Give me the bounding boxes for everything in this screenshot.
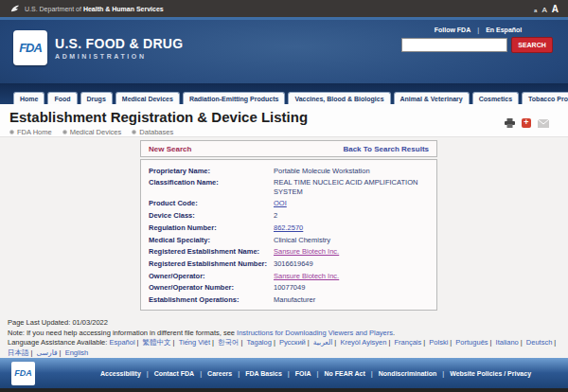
language-link[interactable]: Português bbox=[455, 338, 488, 347]
hhs-dept-prefix: U.S. Department of bbox=[25, 6, 81, 12]
language-link[interactable]: 日本語 bbox=[8, 348, 29, 357]
en-espanol-link[interactable]: En Español bbox=[486, 27, 522, 33]
footer-link[interactable]: Website Policies / Privacy bbox=[450, 370, 531, 377]
language-item: فارسی| bbox=[37, 348, 63, 357]
language-link[interactable]: Español bbox=[109, 338, 134, 347]
language-separator: | bbox=[308, 338, 310, 347]
font-size-small-button[interactable]: a bbox=[534, 8, 537, 13]
fda-page: U.S. Department of Health & Human Servic… bbox=[0, 0, 568, 392]
nav-tab[interactable]: Food bbox=[47, 92, 77, 104]
language-link[interactable]: Italiano bbox=[496, 338, 519, 347]
footer-link-separator: | bbox=[200, 370, 202, 377]
field-value: Clinical Chemistry bbox=[274, 236, 330, 245]
language-assistance-row: Language Assistance Available: Español| … bbox=[8, 338, 560, 358]
nav-tab[interactable]: Home bbox=[13, 92, 44, 104]
language-item: Tiếng Việt| bbox=[179, 338, 216, 347]
table-row: Owner/Operator: Sansure Biotech Inc. bbox=[149, 270, 429, 282]
breadcrumb: FDA Home Medical Devices Databases bbox=[9, 128, 559, 136]
back-to-search-results-link[interactable]: Back To Search Results bbox=[343, 145, 429, 153]
font-size-medium-button[interactable]: A bbox=[541, 6, 546, 14]
footer-link[interactable]: FDA Basics bbox=[245, 370, 282, 377]
language-link[interactable]: فارسی bbox=[37, 348, 58, 357]
table-row: Proprietary Name: Portable Molecule Work… bbox=[149, 165, 429, 177]
language-separator: | bbox=[423, 338, 425, 347]
breadcrumb-label: Databases bbox=[139, 128, 173, 136]
table-row: Registered Establishment Number: 3016619… bbox=[149, 258, 429, 270]
language-link[interactable]: Kreyòl Ayisyen bbox=[340, 338, 386, 347]
field-label: Classification Name: bbox=[149, 178, 274, 196]
language-item: Русский| bbox=[279, 338, 311, 347]
nav-tab[interactable]: Medical Devices bbox=[115, 92, 180, 104]
field-label: Medical Specialty: bbox=[149, 236, 274, 245]
language-link[interactable]: Tiếng Việt bbox=[179, 338, 210, 347]
footer-link[interactable]: FOIA bbox=[295, 370, 311, 377]
note-suffix: . bbox=[393, 329, 395, 337]
note-prefix: Note: If you need help accessing informa… bbox=[8, 329, 237, 337]
language-item: Português| bbox=[455, 338, 493, 347]
language-link[interactable]: Deutsch bbox=[526, 338, 553, 347]
nav-tab[interactable]: Vaccines, Blood & Biologics bbox=[288, 92, 390, 104]
breadcrumb-item[interactable]: Medical Devices bbox=[62, 128, 122, 136]
language-link[interactable]: Tagalog bbox=[247, 338, 272, 347]
footer-fda-logo[interactable]: FDA bbox=[11, 362, 35, 385]
font-size-controls: a A A bbox=[534, 4, 559, 14]
new-search-link[interactable]: New Search bbox=[149, 145, 191, 153]
breadcrumb-item[interactable]: FDA Home bbox=[9, 128, 52, 136]
footer-link-item: Website Policies / Privacy| bbox=[450, 370, 531, 377]
share-icon[interactable]: + bbox=[522, 118, 531, 128]
fda-header: FDA U.S. FOOD & DRUG ADMINISTRATION Foll… bbox=[0, 17, 568, 83]
field-label: Registered Establishment Name: bbox=[149, 247, 274, 257]
search-button[interactable]: SEARCH bbox=[511, 37, 553, 53]
field-value[interactable]: Sansure Biotech Inc. bbox=[274, 272, 339, 281]
footer-link[interactable]: Nondiscrimination bbox=[379, 370, 436, 377]
language-link[interactable]: 繁體中文 bbox=[143, 338, 171, 347]
footer-link-item: Careers| bbox=[207, 370, 240, 377]
language-link[interactable]: Français bbox=[394, 338, 421, 347]
language-link[interactable]: English bbox=[65, 348, 89, 357]
nav-tab[interactable]: Animal & Veterinary bbox=[394, 92, 470, 104]
follow-fda-link[interactable]: Follow FDA bbox=[435, 27, 471, 33]
field-value: Portable Molecule Workstation bbox=[274, 167, 370, 176]
table-row: Owner/Operator Number: 10077049 bbox=[149, 282, 429, 294]
nav-tab[interactable]: Cosmetics bbox=[472, 92, 519, 104]
field-label: Registered Establishment Number: bbox=[149, 259, 274, 269]
language-item: Français| bbox=[394, 338, 427, 347]
email-icon[interactable] bbox=[538, 115, 549, 132]
nav-tab[interactable]: Radiation-Emitting Products bbox=[183, 92, 286, 104]
hhs-department-label[interactable]: U.S. Department of Health & Human Servic… bbox=[25, 6, 164, 12]
footer-link[interactable]: Contact FDA bbox=[154, 370, 194, 377]
language-separator: | bbox=[274, 338, 275, 347]
language-link[interactable]: 한국어 bbox=[218, 338, 240, 347]
site-search: SEARCH bbox=[401, 37, 555, 53]
language-separator: | bbox=[490, 338, 492, 347]
language-link[interactable]: العربية bbox=[313, 338, 333, 347]
footer-link[interactable]: Accessibility bbox=[100, 370, 141, 377]
language-link[interactable]: Polski bbox=[429, 338, 448, 347]
table-row: Classification Name: REAL TIME NUCLEIC A… bbox=[149, 177, 429, 198]
field-value[interactable]: Sansure Biotech Inc. bbox=[274, 247, 339, 257]
language-separator: | bbox=[212, 338, 214, 347]
search-input[interactable] bbox=[401, 38, 507, 52]
nav-tab[interactable]: Drugs bbox=[80, 92, 113, 104]
hhs-eagle-icon bbox=[9, 4, 20, 14]
footer-link[interactable]: No FEAR Act bbox=[324, 370, 364, 377]
table-row: Medical Specialty: Clinical Chemistry bbox=[149, 234, 429, 246]
language-item: 한국어| bbox=[218, 338, 244, 347]
language-separator: | bbox=[173, 338, 175, 347]
fda-logo[interactable]: FDA bbox=[13, 30, 47, 65]
nav-tab[interactable]: Tobacco Products bbox=[522, 92, 568, 104]
breadcrumb-item[interactable]: Databases bbox=[132, 128, 173, 136]
footer-link-item: Accessibility| bbox=[100, 370, 149, 377]
footer-link[interactable]: Careers bbox=[207, 370, 232, 377]
page-footer-text: Page Last Updated: 01/03/2022 Note: If y… bbox=[0, 314, 568, 358]
printer-icon[interactable] bbox=[505, 115, 515, 132]
header-utility-area: Follow FDA En Español SEARCH bbox=[401, 27, 555, 53]
font-size-large-button[interactable]: A bbox=[552, 4, 559, 14]
field-value[interactable]: 862.2570 bbox=[274, 223, 303, 233]
page-title: Establishment Registration & Device List… bbox=[9, 109, 559, 125]
field-value: 2 bbox=[274, 211, 277, 221]
table-row: Establishment Operations: Manufacturer bbox=[149, 294, 429, 306]
language-link[interactable]: Русский bbox=[279, 338, 306, 347]
viewers-players-link[interactable]: Instructions for Downloading Viewers and… bbox=[237, 329, 393, 337]
field-value[interactable]: OOI bbox=[274, 199, 287, 208]
